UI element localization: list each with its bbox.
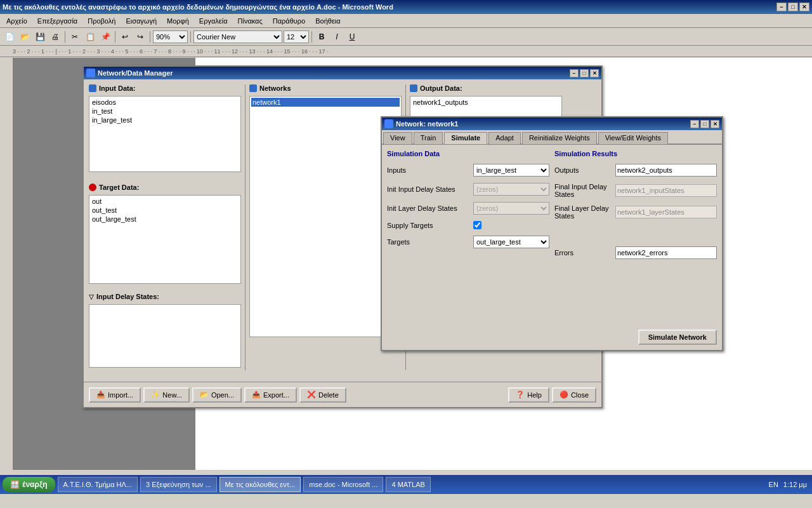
taskbar-item-1[interactable]: 3 Εξεφεύνηση των ... [140,477,216,492]
taskbar-item-2[interactable]: Με τις ακόλουθες εντ... [219,477,301,492]
init-layer-delay-select[interactable]: (zeros) [473,202,549,215]
taskbar-item-3[interactable]: mse.doc - Microsoft ... [303,477,383,492]
supply-targets-label: Supply Targets [387,222,469,229]
target-item-1[interactable]: out_test [91,206,239,215]
delete-button[interactable]: ❌ Delete [299,387,346,403]
title-controls: − □ ✕ [776,3,809,11]
new-button[interactable]: ✨ New... [143,387,190,403]
menu-edit[interactable]: Επεξεργασία [34,16,81,26]
maximize-button[interactable]: □ [788,3,798,11]
ndm-minimize-button[interactable]: − [570,69,579,77]
copy-button[interactable]: 📋 [83,30,97,44]
collapse-icon[interactable]: ▽ [89,293,94,300]
new-doc-button[interactable]: 📄 [3,30,16,44]
tab-reinitialize[interactable]: Reinitialize Weights [522,132,597,144]
tab-adapt[interactable]: Adapt [488,132,521,144]
taskbar-item-0[interactable]: Α.Τ.Ε.Ι.Θ. Τμήμα ΗΛ... [58,477,138,492]
input-data-list[interactable]: eisodos in_test in_large_test [89,96,241,172]
outputs-input[interactable] [615,164,717,177]
net-content: Simulation Data Inputs in_large_test Ini… [382,145,722,326]
redo-button[interactable]: ↪ [133,30,147,44]
inputs-select[interactable]: in_large_test [473,164,549,177]
target-data-list[interactable]: out out_test out_large_test [89,195,241,284]
font-select[interactable]: Courier New Arial Times New Roman [193,30,282,43]
input-data-column: Input Data: eisodos in_test in_large_tes… [89,84,241,370]
export-button[interactable]: 📤 Export... [244,387,297,403]
open-ndm-button[interactable]: 📂 Open... [192,387,242,403]
menu-file[interactable]: Αρχείο [3,16,31,26]
title-bar: Με τις ακόλουθες εντολές αναστρέφω το αρ… [0,0,812,14]
target-item-0[interactable]: out [91,197,239,206]
sim-results-title: Simulation Results [554,150,717,157]
target-item-2[interactable]: out_large_test [91,215,239,224]
tab-train[interactable]: Train [414,132,443,144]
minimize-button[interactable]: − [776,3,787,11]
input-item-1[interactable]: in_test [91,107,239,116]
ndm-title-text: Network/Data Manager [98,69,173,77]
network-item-0[interactable]: network1 [251,98,400,107]
start-button[interactable]: 🪟 έναρξη [3,477,55,492]
close-button[interactable]: ✕ [799,3,809,11]
networks-list[interactable]: network1 [249,96,402,337]
supply-targets-checkbox[interactable] [473,221,481,229]
zoom-select[interactable]: 90% 100% [153,30,188,43]
input-delay-label: Input Delay States: [96,293,159,300]
menu-insert[interactable]: Εισαγωγή [122,16,160,26]
menu-window[interactable]: Παράθυρο [269,16,309,26]
tab-view-edit[interactable]: View/Edit Weights [598,132,668,144]
menu-format[interactable]: Μορφή [163,16,193,26]
help-button[interactable]: ❓ Help [508,387,549,403]
paste-button[interactable]: 📌 [98,30,112,44]
taskbar-item-2-label: Με τις ακόλουθες εντ... [225,481,296,488]
cut-button[interactable]: ✂ [68,30,82,44]
init-layer-delay-label: Init Layer Delay States [387,204,469,212]
italic-button[interactable]: I [330,30,344,44]
input-data-icon [89,84,96,92]
tab-view[interactable]: View [383,132,412,144]
target-data-header: Target Data: [89,184,241,191]
menu-tools[interactable]: Εργαλεία [195,16,232,26]
errors-input[interactable] [615,246,717,259]
net-close-button[interactable]: ✕ [710,120,719,128]
menu-help[interactable]: Βοήθεια [311,16,344,26]
menu-table[interactable]: Πίνακας [234,16,266,26]
net-minimize-button[interactable]: − [690,120,699,128]
import-button[interactable]: 📥 Import... [89,387,141,403]
font-size-select[interactable]: 12 10 14 [284,30,309,43]
input-item-0[interactable]: eisodos [91,98,239,107]
net-maximize-button[interactable]: □ [700,120,709,128]
networks-column: Networks network1 [249,84,402,370]
print-button[interactable]: 🖨 [48,30,62,44]
output-item-0[interactable]: network1_outputs [412,98,560,107]
bold-button[interactable]: B [315,30,329,44]
ndm-maximize-button[interactable]: □ [580,69,589,77]
divider-1 [245,84,246,370]
net-title-bar: Network: network1 − □ ✕ [382,117,722,130]
open-icon: 📂 [200,391,209,399]
net-footer: Simulate Network [633,324,722,350]
init-input-delay-select[interactable]: (zeros) [473,183,549,196]
input-delay-list[interactable] [89,304,241,368]
open-button[interactable]: 📂 [18,30,32,44]
menu-view[interactable]: Προβολή [84,16,119,26]
undo-button[interactable]: ↩ [118,30,132,44]
ndm-footer: 📥 Import... ✨ New... 📂 Open... 📤 Export.… [84,382,601,407]
ndm-title-icon [86,69,95,77]
taskbar: 🪟 έναρξη Α.Τ.Ε.Ι.Θ. Τμήμα ΗΛ... 3 Εξεφεύ… [0,475,812,494]
ndm-title-bar: Network/Data Manager − □ ✕ [84,67,601,79]
final-layer-delay-label: Final Layer Delay States [554,204,612,220]
underline-button[interactable]: U [345,30,359,44]
tab-simulate[interactable]: Simulate [444,132,487,144]
ndm-close-button[interactable]: ✕ [590,69,599,77]
input-item-2[interactable]: in_large_test [91,116,239,124]
simulate-network-button[interactable]: Simulate Network [638,330,717,345]
save-button[interactable]: 💾 [33,30,47,44]
taskbar-item-4-label: 4 MATLAB [391,481,424,488]
net-title-text: Network: network1 [396,120,458,128]
targets-select[interactable]: out_large_test [473,236,549,248]
taskbar-item-0-label: Α.Τ.Ε.Ι.Θ. Τμήμα ΗΛ... [63,481,133,488]
close-ndm-button[interactable]: 🔴 Close [552,387,596,403]
supply-targets-row: Supply Targets [387,221,549,229]
taskbar-item-4[interactable]: 4 MATLAB [386,477,430,492]
taskbar-item-1-label: 3 Εξεφεύνηση των ... [146,481,211,488]
